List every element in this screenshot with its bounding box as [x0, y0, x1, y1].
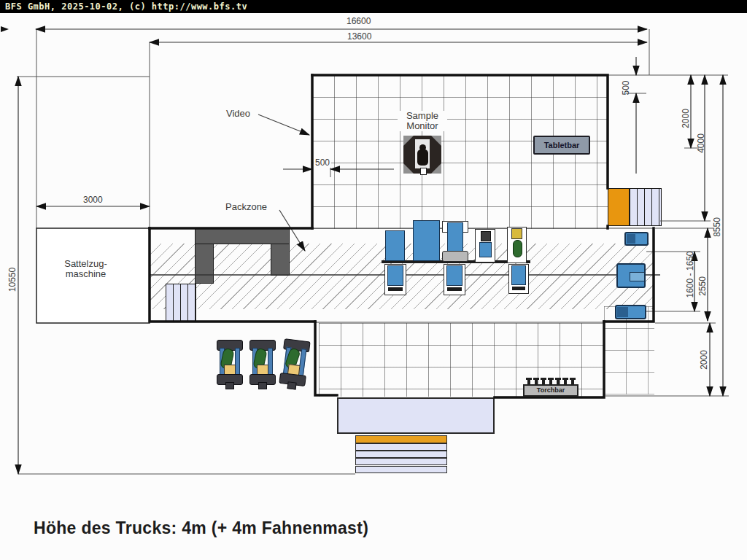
label-packzone: Packzone — [225, 202, 267, 212]
machine-4-body — [479, 242, 492, 257]
stage-step — [355, 466, 447, 473]
floorplan-page: BFS GmbH, 2025-10-02, (c) http://www.bfs… — [0, 0, 747, 560]
barstool-icon — [564, 378, 567, 384]
titlebar-text: BFS GmbH, 2025-10-02, (c) http://www.bfs… — [5, 1, 247, 12]
barstool-icon — [549, 378, 552, 384]
machine-blue-2 — [413, 220, 440, 261]
dim-3000: 3000 — [82, 195, 104, 205]
bay-3-truck — [511, 265, 526, 285]
stage-step — [355, 458, 447, 465]
tabletbar-label: Tabletbar — [544, 141, 580, 149]
label-sattelzug-line2: maschine — [44, 269, 128, 279]
torchbar-label: Torchbar — [537, 386, 565, 394]
dim-2000-top: 2000 — [681, 107, 691, 130]
tabletbar: Tabletbar — [533, 136, 590, 155]
label-sample-line2: Monitor — [398, 121, 447, 131]
bay-1-truck — [387, 265, 403, 286]
torchbar: Torchbar — [523, 384, 578, 397]
stage — [337, 397, 495, 434]
barstool-icon — [527, 378, 530, 384]
portal-top — [195, 228, 290, 244]
dim-13600: 13600 — [346, 32, 373, 42]
bay-3-wheels — [512, 287, 525, 290]
stage-step-orange — [355, 435, 447, 443]
portal-left-leg — [195, 244, 214, 284]
stairs-right — [630, 188, 662, 226]
forklift-2 — [249, 340, 275, 385]
barstool-icon — [542, 378, 545, 384]
bay-1-wheels — [388, 287, 403, 291]
car-small-top — [624, 232, 649, 246]
stage-step — [355, 451, 447, 458]
caption-text: Höhe des Trucks: 4m (+ 4m Fahnenmast) — [34, 518, 368, 538]
stairs-left — [166, 284, 196, 322]
dim-10550: 10550 — [8, 266, 18, 293]
dim-2000-bottom: 2000 — [700, 349, 709, 371]
dim-500-wall: 500 — [314, 158, 331, 168]
barstool-icon — [535, 378, 538, 384]
titlebar: BFS GmbH, 2025-10-02, (c) http://www.bfs… — [0, 0, 747, 13]
bay-2-wheels — [447, 287, 462, 291]
right-annex-grid — [604, 306, 654, 394]
forklift-1 — [216, 340, 242, 385]
bay-2-truck — [446, 265, 462, 286]
car-large-middle — [616, 263, 646, 288]
machine-blue-1 — [385, 230, 405, 261]
machine-3-gray-foot — [442, 251, 468, 262]
sample-monitor-icon — [403, 136, 441, 174]
machine-5-driver — [513, 240, 522, 257]
dim-16600: 16600 — [345, 17, 372, 26]
label-sample-line1: Sample — [398, 111, 447, 121]
dim-8550: 8550 — [713, 216, 722, 238]
dim-2550: 2550 — [698, 275, 708, 298]
barstool-icon — [557, 378, 560, 384]
annex-orange-box — [608, 188, 630, 226]
dim-4000: 4000 — [697, 132, 706, 155]
machine-4-top — [481, 231, 491, 241]
forklift-3 — [278, 338, 309, 386]
label-sample-monitor: Sample Monitor — [398, 111, 447, 131]
dim-500-right: 500 — [622, 79, 631, 96]
barstool-icon — [571, 378, 574, 384]
car-small-bottom — [615, 305, 646, 319]
label-sattelzug: Sattelzug- maschine — [44, 259, 128, 279]
dim-truck-width: 1600 - 1650 — [686, 249, 695, 299]
label-video: Video — [226, 109, 250, 119]
stage-step — [355, 443, 447, 451]
label-sattelzug-line1: Sattelzug- — [44, 259, 128, 269]
machine-5-seat — [511, 228, 522, 239]
portal-right-leg — [271, 244, 290, 276]
